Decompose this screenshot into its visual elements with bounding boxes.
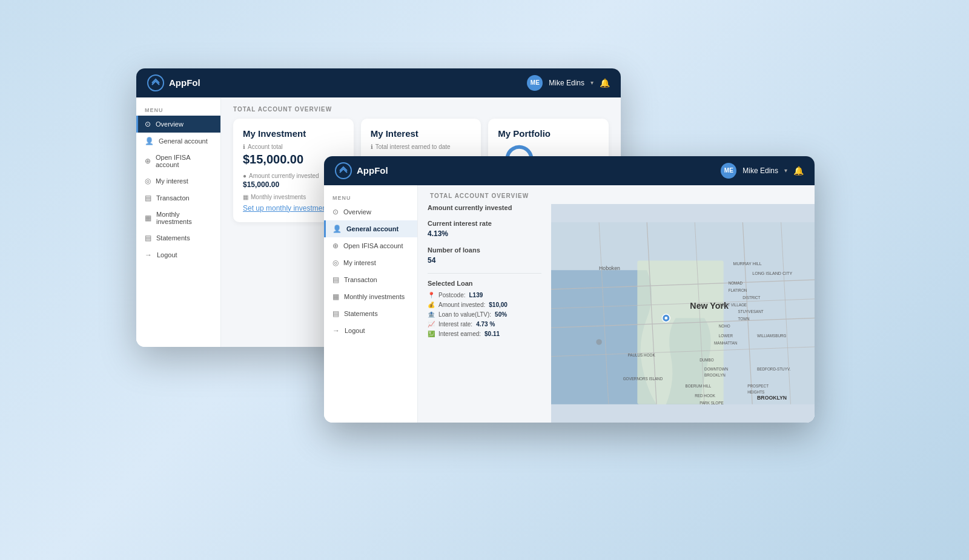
svg-text:LONG ISLAND CITY: LONG ISLAND CITY xyxy=(752,271,792,276)
back-interest-label: My interest xyxy=(156,177,188,185)
back-sidebar-item-monthly[interactable]: ▦ Monthly investments xyxy=(136,206,220,229)
earned-label: Interest earned: xyxy=(438,331,481,337)
back-overview-icon: ⊙ xyxy=(145,120,151,128)
back-sidebar-item-general[interactable]: 👤 General account xyxy=(136,133,220,150)
back-ifisa-label: Open IFISA account xyxy=(156,154,212,168)
front-ifisa-label: Open IFISA account xyxy=(343,242,403,249)
front-statements-icon: ▤ xyxy=(332,309,339,318)
back-statements-label: Statements xyxy=(156,234,190,242)
back-logout-icon: → xyxy=(145,251,152,259)
front-sidebar-item-monthly[interactable]: ▦ Monthly investments xyxy=(324,288,417,305)
back-sidebar-item-ifisa[interactable]: ⊕ Open IFISA account xyxy=(136,150,220,173)
back-sidebar-item-interest[interactable]: ◎ My interest xyxy=(136,173,220,189)
svg-text:BROOKLYN: BROOKLYN xyxy=(704,372,726,377)
front-user-avatar: ME xyxy=(721,163,736,179)
front-header: AppFol ME Mike Edins ▾ 🔔 xyxy=(324,156,815,185)
front-sidebar-item-statements[interactable]: ▤ Statements xyxy=(324,305,417,322)
back-logo-area: AppFol xyxy=(147,74,200,91)
front-sidebar-item-transaction[interactable]: ▤ Transacton xyxy=(324,271,417,288)
scene: AppFol ME Mike Edins ▾ 🔔 MENU ⊙ Overview… xyxy=(136,68,833,492)
svg-text:DUMBO: DUMBO xyxy=(699,357,714,361)
front-sidebar-item-interest[interactable]: ◎ My interest xyxy=(324,254,417,271)
back-transaction-label: Transacton xyxy=(156,194,190,202)
front-bell-icon[interactable]: 🔔 xyxy=(793,166,804,176)
ltv-value: 50% xyxy=(495,311,507,318)
back-portfolio-title: My Portfolio xyxy=(498,128,599,139)
back-logo-icon xyxy=(147,74,164,91)
front-transaction-label: Transacton xyxy=(344,276,377,283)
front-interest-icon: ◎ xyxy=(332,259,339,267)
front-menu-label: MENU xyxy=(324,191,417,203)
info-amount-section: Amount currently invested xyxy=(428,204,541,211)
svg-text:MURRAY HILL: MURRAY HILL xyxy=(733,262,762,266)
back-info-icon: ℹ xyxy=(243,143,245,150)
back-header-right: ME Mike Edins ▾ 🔔 xyxy=(527,75,610,91)
svg-text:STUYVESANT: STUYVESANT xyxy=(738,309,763,314)
back-sidebar-item-statements[interactable]: ▤ Statements xyxy=(136,229,220,246)
svg-text:GOVERNORS ISLAND: GOVERNORS ISLAND xyxy=(623,377,663,381)
front-sidebar-item-ifisa[interactable]: ⊕ Open IFISA account xyxy=(324,237,417,254)
back-header: AppFol ME Mike Edins ▾ 🔔 xyxy=(136,68,621,97)
front-overview-label: Overview xyxy=(343,208,371,216)
svg-text:HEIGHTS: HEIGHTS xyxy=(747,389,764,394)
front-logo-text: AppFol xyxy=(357,165,388,176)
info-amount-label: Amount currently invested xyxy=(428,204,541,211)
back-investment-subtitle: ℹ Account total xyxy=(243,143,344,150)
front-transaction-icon: ▤ xyxy=(332,275,339,284)
front-sidebar-item-overview[interactable]: ⊙ Overview xyxy=(324,203,417,220)
back-user-avatar: ME xyxy=(527,75,543,91)
back-sidebar: MENU ⊙ Overview 👤 General account ⊕ Open… xyxy=(136,97,221,347)
front-general-icon: 👤 xyxy=(332,225,342,233)
back-ifisa-icon: ⊕ xyxy=(145,157,151,165)
ltv-label: Loan to value(LTV): xyxy=(438,311,491,318)
back-user-name: Mike Edins xyxy=(549,79,584,87)
rate-value: 4.73 % xyxy=(476,321,495,328)
back-sidebar-item-transaction[interactable]: ▤ Transacton xyxy=(136,189,220,206)
back-section-title: TOTAL ACCOUNT OVERVIEW xyxy=(221,97,621,119)
front-sidebar-item-logout[interactable]: → Logout xyxy=(324,322,417,339)
back-monthly-icon: ▦ xyxy=(145,214,151,222)
front-header-right: ME Mike Edins ▾ 🔔 xyxy=(721,163,804,179)
front-monthly-icon: ▦ xyxy=(332,292,339,301)
front-window-body: MENU ⊙ Overview 👤 General account ⊕ Open… xyxy=(324,185,815,423)
back-general-label: General account xyxy=(159,137,208,145)
loan-earned-row: 💹 Interest earned: $0.11 xyxy=(428,331,541,337)
loan-ltv-row: 🏦 Loan to value(LTV): 50% xyxy=(428,311,541,318)
front-chevron-icon: ▾ xyxy=(784,167,787,174)
svg-text:PROSPECT: PROSPECT xyxy=(747,384,769,388)
svg-text:PAULUS HOOK: PAULUS HOOK xyxy=(628,352,656,357)
svg-text:PARK SLOPE: PARK SLOPE xyxy=(699,400,724,404)
postcode-value: L139 xyxy=(469,292,483,298)
back-investment-title: My Investment xyxy=(243,128,344,139)
svg-text:DISTRICT: DISTRICT xyxy=(742,295,760,299)
front-main: TOTAL ACCOUNT OVERVIEW Amount currently … xyxy=(418,185,815,423)
front-statements-label: Statements xyxy=(344,310,378,317)
earned-icon: 💹 xyxy=(428,331,435,337)
back-logo-text: AppFol xyxy=(169,77,200,88)
front-logout-icon: → xyxy=(332,326,340,335)
back-interest-title: My Interest xyxy=(371,128,472,139)
rate-label: Interest rate: xyxy=(438,321,472,328)
info-rate-section: Current interest rate 4.13% xyxy=(428,220,541,238)
back-general-icon: 👤 xyxy=(145,137,154,145)
back-sidebar-item-logout[interactable]: → Logout xyxy=(136,246,220,263)
info-rate-label: Current interest rate xyxy=(428,220,541,227)
front-sidebar-item-general[interactable]: 👤 General account xyxy=(324,220,417,237)
back-bell-icon[interactable]: 🔔 xyxy=(600,78,610,88)
back-logout-label: Logout xyxy=(157,251,177,259)
svg-text:WILLIAMSBURG: WILLIAMSBURG xyxy=(757,334,786,338)
svg-point-0 xyxy=(148,75,164,91)
back-interest-icon: ◎ xyxy=(145,177,151,185)
front-general-label: General account xyxy=(346,225,399,232)
back-sidebar-item-overview[interactable]: ⊙ Overview xyxy=(136,116,220,133)
back-statements-icon: ▤ xyxy=(145,234,151,242)
back-monthly-label: Monthly investments xyxy=(156,211,212,225)
info-rate-value: 4.13% xyxy=(428,229,541,238)
rate-icon: 📈 xyxy=(428,321,435,328)
front-monthly-label: Monthly investments xyxy=(344,293,405,300)
back-monthly-icon2: ▦ xyxy=(243,194,248,200)
front-window: AppFol ME Mike Edins ▾ 🔔 MENU ⊙ Overview… xyxy=(324,156,815,423)
amount-invested-label: Amount invested: xyxy=(438,301,485,308)
svg-text:MANHATTAN: MANHATTAN xyxy=(714,340,738,344)
map-panel[interactable]: New York Hoboken MURRAY HILL LONG ISLAND… xyxy=(551,204,815,423)
